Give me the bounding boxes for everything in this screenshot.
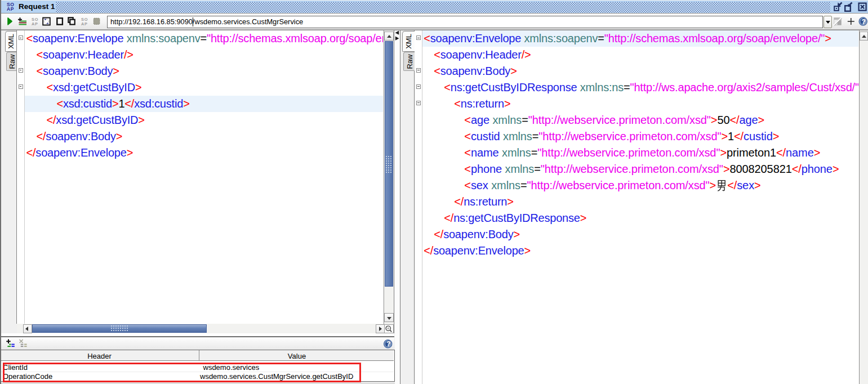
svg-text:AP: AP xyxy=(81,21,88,26)
svg-text:?: ? xyxy=(861,18,865,26)
svg-text:?: ? xyxy=(386,340,390,348)
svg-text:AP: AP xyxy=(32,21,38,26)
